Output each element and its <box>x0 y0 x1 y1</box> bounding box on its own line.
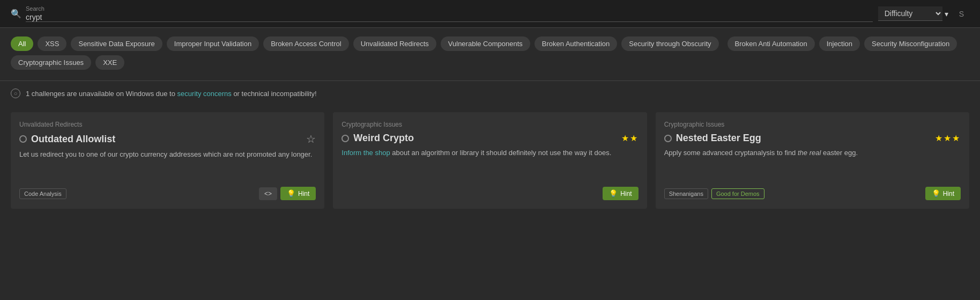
card-2-title-left: Weird Crypto <box>341 133 414 144</box>
tag-injection[interactable]: Injection <box>819 36 860 51</box>
card-3-status-circle <box>664 135 672 142</box>
card-3-title-left: Nested Easter Egg <box>664 133 761 144</box>
card-3-tag-shenanigans[interactable]: Shenanigans <box>664 188 708 199</box>
card-outdated-allowlist: Unvalidated Redirects Outdated Allowlist… <box>11 112 324 209</box>
card-2-shop-link[interactable]: Inform the shop <box>341 149 390 157</box>
card-2-description: Inform the shop about an algorithm or li… <box>341 148 638 182</box>
search-input-area: Search <box>26 5 873 22</box>
tag-vulnerable-components[interactable]: Vulnerable Components <box>441 36 530 51</box>
search-icon: 🔍 <box>11 9 21 19</box>
card-3-italic: the real <box>798 149 821 157</box>
card-2-stars: ★★ <box>621 133 639 143</box>
sort-icon: S <box>959 10 964 18</box>
card-3-tag-good-for-demos[interactable]: Good for Demos <box>711 188 764 199</box>
card-weird-crypto: Cryptographic Issues Weird Crypto ★★ Inf… <box>333 112 647 209</box>
card-2-title: Weird Crypto <box>353 133 414 144</box>
warning-banner: ○ 1 challenges are unavailable on Window… <box>0 83 980 104</box>
cards-grid: Unvalidated Redirects Outdated Allowlist… <box>0 104 980 217</box>
tag-broken-access-control[interactable]: Broken Access Control <box>263 36 349 51</box>
tag-improper-input-validation[interactable]: Improper Input Validation <box>167 36 259 51</box>
card-3-stars: ★★★ <box>935 133 961 143</box>
bulb-icon-2: 💡 <box>609 189 618 197</box>
tag-cryptographic-issues[interactable]: Cryptographic Issues <box>11 55 91 70</box>
card-1-tags: Code Analysis <box>19 188 66 199</box>
divider <box>0 81 980 81</box>
warning-text: 1 challenges are unavailable on Windows … <box>26 90 317 98</box>
search-bar: 🔍 Search Difficulty Easy Medium Hard ▾ S <box>0 0 980 28</box>
card-1-title-left: Outdated Allowlist <box>19 134 115 145</box>
card-2-footer: 💡 Hint <box>341 187 638 200</box>
card-2-category: Cryptographic Issues <box>341 121 638 128</box>
card-1-description: Let us redirect you to one of our crypto… <box>19 150 316 182</box>
tag-security-through-obscurity[interactable]: Security through Obscurity <box>621 36 718 51</box>
tag-broken-anti-automation[interactable]: Broken Anti Automation <box>727 36 815 51</box>
card-2-btn-group: 💡 Hint <box>603 187 638 200</box>
search-input[interactable] <box>26 13 873 22</box>
search-wrapper: 🔍 Search <box>11 5 873 22</box>
card-3-btn-group: 💡 Hint <box>925 187 961 200</box>
card-3-hint-button[interactable]: 💡 Hint <box>925 187 961 200</box>
card-1-tag-code-analysis[interactable]: Code Analysis <box>19 188 66 199</box>
tag-broken-authentication[interactable]: Broken Authentication <box>534 36 617 51</box>
tags-section: All XSS Sensitive Data Exposure Improper… <box>0 28 980 78</box>
difficulty-filter-wrap: Difficulty Easy Medium Hard ▾ S <box>878 6 969 21</box>
card-3-tags: Shenanigans Good for Demos <box>664 188 764 199</box>
card-1-favorite-star[interactable]: ☆ <box>306 133 316 145</box>
warning-icon: ○ <box>11 89 20 98</box>
tag-security-misconfiguration[interactable]: Security Misconfiguration <box>864 36 957 51</box>
bulb-icon: 💡 <box>287 189 295 197</box>
tag-all[interactable]: All <box>11 36 33 51</box>
card-2-status-circle <box>341 135 349 142</box>
card-1-footer: Code Analysis <> 💡 Hint <box>19 187 316 200</box>
card-1-category: Unvalidated Redirects <box>19 121 316 128</box>
chevron-down-icon: ▾ <box>945 10 948 18</box>
card-2-hint-button[interactable]: 💡 Hint <box>603 187 638 200</box>
card-1-code-button[interactable]: <> <box>259 187 277 200</box>
card-3-category: Cryptographic Issues <box>664 121 961 128</box>
bulb-icon-3: 💡 <box>932 189 940 197</box>
card-1-hint-button[interactable]: 💡 Hint <box>280 187 316 200</box>
card-1-title-row: Outdated Allowlist ☆ <box>19 133 316 145</box>
card-2-title-row: Weird Crypto ★★ <box>341 133 638 144</box>
card-1-title: Outdated Allowlist <box>31 134 115 145</box>
difficulty-select[interactable]: Difficulty Easy Medium Hard <box>878 6 942 21</box>
tag-unvalidated-redirects[interactable]: Unvalidated Redirects <box>353 36 436 51</box>
card-3-description: Apply some advanced cryptanalysis to fin… <box>664 148 961 182</box>
card-1-btn-group: <> 💡 Hint <box>259 187 316 200</box>
card-3-footer: Shenanigans Good for Demos 💡 Hint <box>664 187 961 200</box>
card-3-title: Nested Easter Egg <box>676 133 761 144</box>
tag-sensitive-data-exposure[interactable]: Sensitive Data Exposure <box>71 36 162 51</box>
security-concerns-link[interactable]: security concerns <box>177 90 232 98</box>
search-label: Search <box>26 5 873 12</box>
card-1-status-circle <box>19 135 27 143</box>
tag-xss[interactable]: XSS <box>38 36 66 51</box>
card-3-title-row: Nested Easter Egg ★★★ <box>664 133 961 144</box>
card-nested-easter-egg: Cryptographic Issues Nested Easter Egg ★… <box>656 112 969 209</box>
tag-xxe[interactable]: XXE <box>95 55 124 70</box>
